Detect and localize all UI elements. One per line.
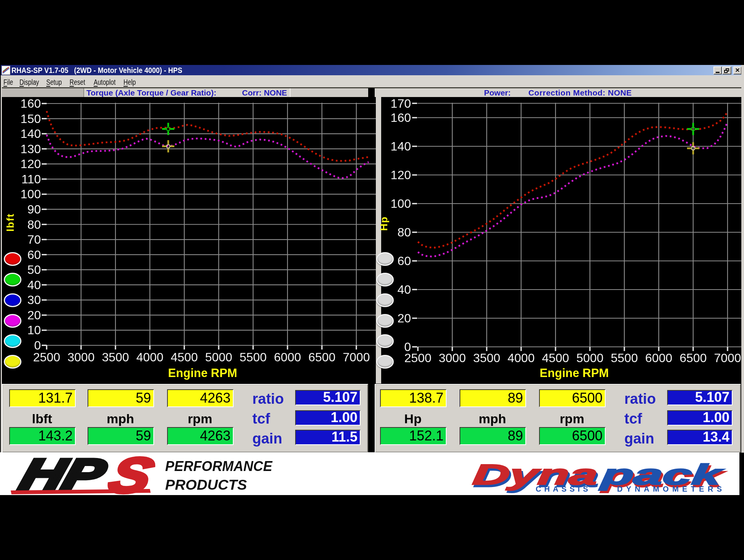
svg-text:4500: 4500 [171,350,198,364]
svg-text:3000: 3000 [67,350,94,364]
svg-text:PRODUCTS: PRODUCTS [165,477,247,493]
svg-text:120: 120 [21,157,41,171]
svg-text:140: 140 [21,127,41,141]
svg-text:Dyna: Dyna [471,458,599,490]
svg-text:6000: 6000 [645,351,672,365]
svg-text:10: 10 [27,323,41,337]
svg-text:4000: 4000 [507,351,534,365]
svg-text:20: 20 [397,311,411,325]
svg-text:4000: 4000 [136,350,163,364]
svg-text:S: S [103,452,159,495]
svg-text:50: 50 [27,263,41,277]
svg-text:40: 40 [397,283,411,296]
svg-text:140: 140 [391,139,411,153]
svg-text:6000: 6000 [274,350,301,364]
svg-text:100: 100 [21,187,41,201]
svg-text:2500: 2500 [33,350,60,364]
svg-text:7000: 7000 [343,350,370,364]
svg-text:6500: 6500 [308,350,335,364]
svg-text:7000: 7000 [714,351,741,365]
svg-text:5000: 5000 [576,351,603,365]
svg-text:90: 90 [27,202,41,216]
svg-text:80: 80 [27,218,41,231]
svg-text:130: 130 [21,142,41,156]
svg-text:150: 150 [21,112,41,126]
svg-text:PERFORMANCE: PERFORMANCE [165,458,273,474]
svg-text:60: 60 [397,254,411,268]
svg-text:HP: HP [15,452,111,495]
svg-text:3500: 3500 [102,350,129,364]
svg-text:2500: 2500 [404,351,431,365]
svg-text:20: 20 [27,308,41,322]
svg-text:3000: 3000 [439,351,466,365]
svg-text:Engine RPM: Engine RPM [168,366,237,380]
svg-text:Engine RPM: Engine RPM [540,366,609,380]
svg-text:170: 170 [391,97,411,110]
svg-text:100: 100 [391,197,411,210]
svg-text:6500: 6500 [679,351,707,365]
svg-text:60: 60 [27,248,41,262]
svg-text:40: 40 [27,278,41,292]
svg-text:160: 160 [391,111,411,125]
svg-text:120: 120 [391,168,411,182]
svg-text:30: 30 [27,293,41,307]
svg-text:5500: 5500 [611,351,638,365]
svg-text:3500: 3500 [473,351,500,365]
svg-text:80: 80 [397,225,411,239]
svg-text:4500: 4500 [542,351,569,365]
svg-text:70: 70 [27,233,41,246]
svg-text:110: 110 [21,172,41,186]
svg-text:5500: 5500 [239,350,266,364]
svg-text:160: 160 [21,97,41,110]
svg-text:5000: 5000 [205,350,232,364]
